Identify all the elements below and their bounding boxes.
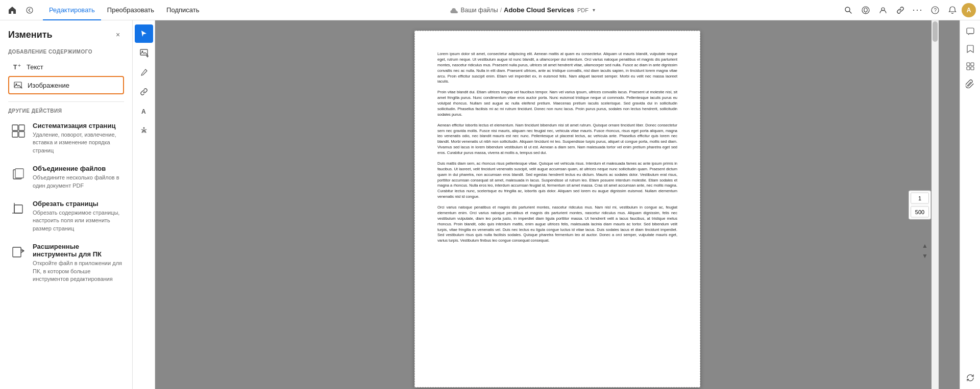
breadcrumb-dropdown-arrow[interactable]: ▾ xyxy=(593,7,595,13)
svg-text:T: T xyxy=(13,64,17,71)
text-format-btn[interactable]: A xyxy=(135,102,153,120)
nav-edit[interactable]: Редактировать xyxy=(43,0,101,20)
advanced-tools-title: Расширенные инструменты для ПК xyxy=(33,243,122,258)
right-far-panel xyxy=(960,20,980,389)
avatar[interactable]: A xyxy=(962,3,976,17)
advanced-tools-text: Расширенные инструменты для ПК Откройте … xyxy=(33,243,122,283)
search-button[interactable] xyxy=(840,2,856,18)
refresh-btn[interactable] xyxy=(962,370,978,386)
attachments-panel-btn[interactable] xyxy=(962,75,978,92)
comment-panel-btn[interactable] xyxy=(962,23,978,40)
top-bar-left: Редактировать Преобразовать Подписать xyxy=(4,0,205,20)
combine-files-title: Объединение файлов xyxy=(33,165,122,172)
scroll-up-btn[interactable]: ▲ xyxy=(919,241,931,251)
pen-tool-btn[interactable] xyxy=(135,63,153,82)
crop-pages-text: Обрезать страницы Обрезать содержимое ст… xyxy=(33,200,122,232)
main-area: Изменить × ДОБАВЛЕНИЕ СОДЕРЖИМОГО T + Те… xyxy=(0,20,980,389)
svg-rect-17 xyxy=(15,169,23,178)
image-tool[interactable]: + Изображение xyxy=(8,76,124,94)
link-tool-btn[interactable] xyxy=(135,83,153,101)
organize-pages-desc: Удаление, поворот, извлечение, вставка и… xyxy=(33,131,122,154)
svg-rect-21 xyxy=(13,247,21,257)
crop-pages-title: Обрезать страницы xyxy=(33,200,122,208)
svg-rect-22 xyxy=(140,49,148,55)
organize-pages-text: Систематизация страниц Удаление, поворот… xyxy=(33,122,122,154)
add-image-btn[interactable] xyxy=(135,44,153,62)
svg-rect-31 xyxy=(967,67,970,70)
home-button[interactable] xyxy=(4,2,20,18)
text-tool[interactable]: T + Текст xyxy=(8,59,124,75)
panel-header: Изменить × xyxy=(8,29,124,41)
audio-button[interactable] xyxy=(857,2,874,18)
left-panel: Изменить × ДОБАВЛЕНИЕ СОДЕРЖИМОГО T + Те… xyxy=(0,20,133,389)
notifications-button[interactable] xyxy=(944,2,961,18)
page-controls: 1 500 xyxy=(909,190,931,219)
svg-rect-12 xyxy=(12,125,18,131)
pdf-paragraph-3: Aenean efficitur lobortis lectus et elem… xyxy=(437,123,677,156)
add-content-label: ДОБАВЛЕНИЕ СОДЕРЖИМОГО xyxy=(8,49,124,55)
advanced-tools-desc: Откройте файл в приложении для ПК, в кот… xyxy=(33,260,122,283)
scroll-down-btn[interactable]: ▼ xyxy=(919,251,931,261)
pages-panel-btn[interactable] xyxy=(962,58,978,74)
svg-rect-32 xyxy=(971,67,974,70)
advanced-tools-icon xyxy=(10,244,27,260)
image-tool-icon: + xyxy=(13,80,23,90)
combine-files-action[interactable]: Объединение файлов Объедините несколько … xyxy=(8,161,124,194)
accessibility-btn[interactable] xyxy=(135,121,153,140)
organize-pages-icon xyxy=(10,123,27,139)
canvas-area[interactable]: Lorem ipsum dolor sit amet, consectetur … xyxy=(155,20,960,389)
close-panel-button[interactable]: × xyxy=(112,29,124,41)
crop-pages-desc: Обрезать содержимое страницы, настроить … xyxy=(33,209,122,232)
account-button[interactable] xyxy=(875,2,891,18)
bookmark-panel-btn[interactable] xyxy=(962,41,978,57)
scroll-up-area: ▲ ▼ xyxy=(919,241,931,261)
crop-pages-action[interactable]: Обрезать страницы Обрезать содержимое ст… xyxy=(8,196,124,237)
svg-rect-15 xyxy=(19,132,24,137)
svg-text:+: + xyxy=(20,86,23,90)
top-bar-center: Ваши файлы / Adobe Cloud Services PDF ▾ xyxy=(205,6,840,14)
pdf-paragraph-1: Lorem ipsum dolor sit amet, consectetur … xyxy=(437,51,677,85)
svg-rect-29 xyxy=(967,63,970,66)
top-bar: Редактировать Преобразовать Подписать Ва… xyxy=(0,0,980,20)
canvas-scroll-thumb[interactable] xyxy=(933,21,938,42)
svg-point-0 xyxy=(27,7,33,13)
advanced-tools-action[interactable]: Расширенные инструменты для ПК Откройте … xyxy=(8,239,124,287)
organize-pages-title: Систематизация страниц xyxy=(33,122,122,129)
organize-pages-action[interactable]: Систематизация страниц Удаление, поворот… xyxy=(8,118,124,159)
text-tool-icon: T + xyxy=(12,62,22,72)
svg-point-27 xyxy=(143,127,144,129)
zoom-input[interactable]: 500 xyxy=(911,206,929,217)
more-button[interactable]: ··· xyxy=(910,2,926,18)
text-tool-label: Текст xyxy=(27,63,43,71)
svg-text:+: + xyxy=(18,63,21,68)
vertical-toolbar: A xyxy=(133,20,155,389)
canvas-scrollbar[interactable] xyxy=(932,20,939,389)
panel-title: Изменить xyxy=(8,30,53,40)
pdf-page: Lorem ipsum dolor sit amet, consectetur … xyxy=(414,31,700,387)
svg-rect-13 xyxy=(19,125,24,131)
top-bar-right: ··· ? A xyxy=(840,2,976,18)
nav-menu: Редактировать Преобразовать Подписать xyxy=(43,0,205,20)
nav-convert[interactable]: Преобразовать xyxy=(101,0,160,20)
other-actions-label: ДРУГИЕ ДЕЙСТВИЯ xyxy=(8,108,124,114)
svg-text:?: ? xyxy=(934,8,937,13)
combine-files-icon xyxy=(10,166,27,182)
nav-sign[interactable]: Подписать xyxy=(160,0,205,20)
combine-files-desc: Объедините несколько файлов в один докум… xyxy=(33,174,122,190)
help-button[interactable]: ? xyxy=(927,2,943,18)
file-title: Adobe Cloud Services xyxy=(504,6,574,14)
back-button[interactable] xyxy=(22,3,37,17)
svg-line-2 xyxy=(849,11,851,13)
pdf-paragraph-5: Orci varius natoque penatibus et magnis … xyxy=(437,205,677,244)
link-button[interactable] xyxy=(892,2,909,18)
file-type-badge: PDF xyxy=(576,7,590,13)
pdf-paragraph-4: Duis mattis diam sem, ac rhoncus risus p… xyxy=(437,161,677,200)
svg-text:A: A xyxy=(141,108,146,115)
svg-rect-28 xyxy=(967,28,974,34)
page-number-input[interactable]: 1 xyxy=(911,192,929,203)
breadcrumb-files: Ваши файлы xyxy=(460,7,498,14)
select-tool-btn[interactable] xyxy=(135,24,153,43)
crop-pages-icon xyxy=(10,201,27,217)
breadcrumb-separator: / xyxy=(500,7,502,14)
section-divider-1 xyxy=(8,101,124,102)
